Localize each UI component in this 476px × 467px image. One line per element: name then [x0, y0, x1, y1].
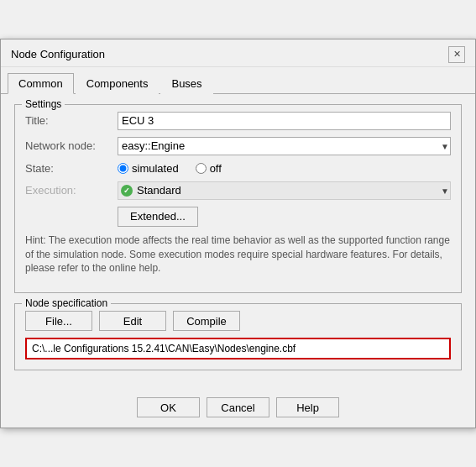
- network-node-label: Network node:: [25, 139, 118, 152]
- settings-group: Settings Title: Network node: easy::Engi…: [14, 104, 462, 293]
- tabs-container: Common Components Buses: [1, 67, 475, 94]
- footer: OK Cancel Help: [1, 391, 475, 428]
- help-button[interactable]: Help: [276, 397, 339, 417]
- state-simulated-option[interactable]: simulated: [118, 162, 179, 175]
- network-node-select[interactable]: easy::Engine: [118, 137, 451, 155]
- state-off-label: off: [210, 162, 222, 175]
- tab-common[interactable]: Common: [8, 73, 74, 94]
- node-spec-group-label: Node specification: [22, 297, 111, 309]
- dialog: Node Configuration ✕ Common Components B…: [0, 39, 476, 428]
- execution-row: Execution: Standard ▼: [25, 181, 451, 200]
- state-off-radio[interactable]: [196, 163, 207, 174]
- node-spec-buttons-row: File... Edit Compile: [25, 311, 451, 331]
- state-off-option[interactable]: off: [196, 162, 222, 175]
- title-row: Title:: [25, 112, 451, 130]
- cancel-button[interactable]: Cancel: [207, 397, 269, 417]
- hint-text: Hint: The execution mode affects the rea…: [25, 234, 451, 275]
- extended-button[interactable]: Extended...: [118, 207, 198, 227]
- state-simulated-radio[interactable]: [118, 163, 128, 174]
- title-input[interactable]: [118, 112, 451, 130]
- close-button[interactable]: ✕: [448, 46, 465, 63]
- node-spec-group: Node specification File... Edit Compile …: [14, 303, 462, 370]
- state-label: State:: [25, 162, 118, 175]
- compile-button[interactable]: Compile: [173, 311, 240, 331]
- file-button[interactable]: File...: [25, 311, 92, 331]
- title-input-wrapper: [118, 112, 451, 130]
- execution-label: Execution:: [25, 184, 118, 197]
- execution-select[interactable]: Standard: [118, 181, 451, 200]
- extended-button-row: Extended...: [25, 207, 451, 227]
- dialog-title: Node Configuration: [11, 48, 105, 60]
- content-area: Settings Title: Network node: easy::Engi…: [1, 94, 475, 391]
- edit-button[interactable]: Edit: [99, 311, 166, 331]
- tab-components[interactable]: Components: [76, 73, 160, 94]
- state-radio-group: simulated off: [118, 162, 451, 175]
- network-node-select-wrapper: easy::Engine ▼: [118, 137, 451, 155]
- settings-group-label: Settings: [22, 98, 65, 110]
- state-row: State: simulated off: [25, 162, 451, 175]
- execution-select-wrapper: Standard ▼: [118, 181, 451, 200]
- tab-buses[interactable]: Buses: [160, 73, 212, 94]
- network-node-row: Network node: easy::Engine ▼: [25, 137, 451, 155]
- ok-button[interactable]: OK: [137, 397, 200, 417]
- title-bar: Node Configuration ✕: [1, 39, 475, 67]
- title-label: Title:: [25, 114, 118, 127]
- state-simulated-label: simulated: [132, 162, 179, 175]
- file-path-display: C:\...le Configurations 15.2.41\CAN\Easy…: [25, 338, 451, 359]
